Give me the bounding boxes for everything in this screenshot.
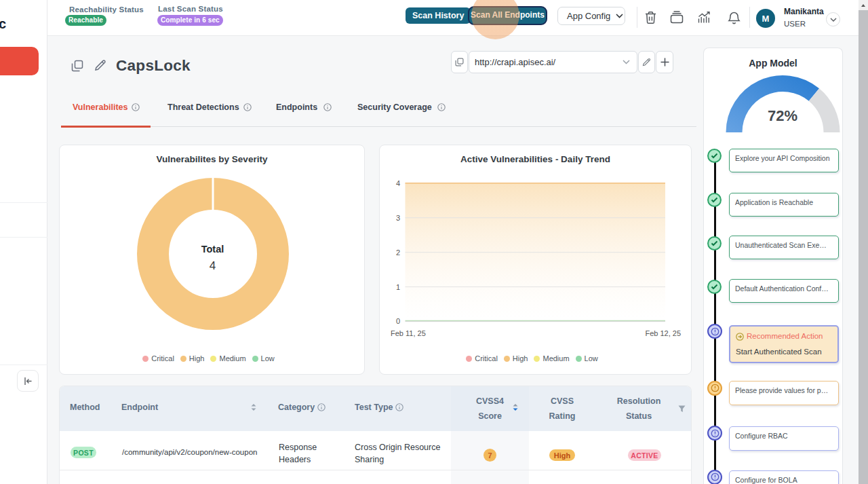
svg-text:Feb 12, 25: Feb 12, 25 <box>645 329 681 337</box>
svg-text:0: 0 <box>396 317 400 325</box>
svg-text:1: 1 <box>396 283 400 291</box>
svg-text:3: 3 <box>396 214 400 222</box>
svg-text:Feb 11, 25: Feb 11, 25 <box>391 329 426 337</box>
svg-text:2: 2 <box>396 248 400 257</box>
svg-text:4: 4 <box>396 179 400 187</box>
